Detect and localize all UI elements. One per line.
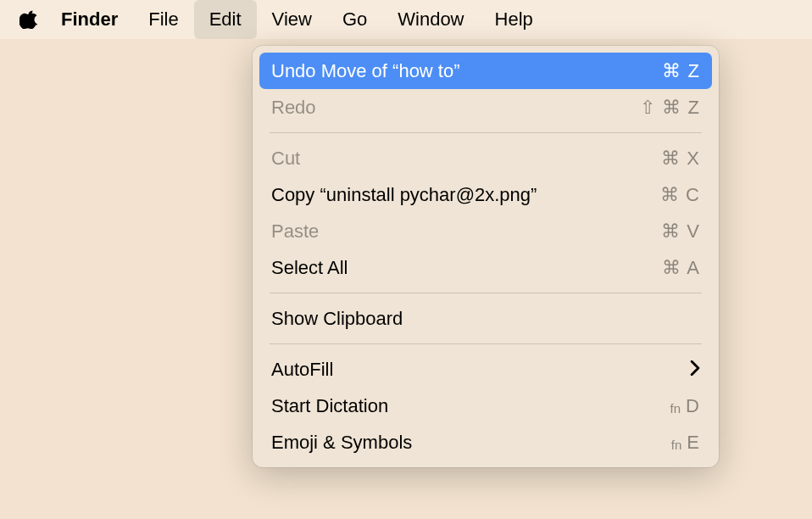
- menu-item-label: Cut: [271, 148, 300, 170]
- fn-key-label: fn: [670, 401, 681, 416]
- menu-item-label: Copy “uninstall pychar@2x.png”: [271, 184, 537, 206]
- menu-item-label: Start Dictation: [271, 395, 388, 417]
- menubar-item-edit[interactable]: Edit: [194, 0, 257, 39]
- menu-item-shortcut: ⌘ Z: [662, 60, 700, 82]
- menu-item-paste[interactable]: Paste ⌘ V: [259, 213, 712, 249]
- menubar: Finder File Edit View Go Window Help: [0, 0, 812, 39]
- menubar-item-help[interactable]: Help: [480, 0, 548, 39]
- menu-item-label: Show Clipboard: [271, 308, 403, 330]
- menu-item-label: Redo: [271, 97, 316, 119]
- menu-item-shortcut: ⌘ C: [660, 184, 700, 206]
- menu-item-show-clipboard[interactable]: Show Clipboard: [259, 300, 712, 337]
- menubar-app-name[interactable]: Finder: [61, 0, 133, 39]
- menu-item-emoji-symbols[interactable]: Emoji & Symbols fnE: [259, 424, 712, 460]
- menu-item-redo[interactable]: Redo ⇧ ⌘ Z: [259, 89, 712, 126]
- edit-dropdown-menu: Undo Move of “how to” ⌘ Z Redo ⇧ ⌘ Z Cut…: [253, 46, 719, 467]
- menu-item-label: Select All: [271, 257, 348, 279]
- menu-item-start-dictation[interactable]: Start Dictation fnD: [259, 388, 712, 424]
- menu-item-shortcut: fnE: [671, 432, 700, 454]
- menu-item-shortcut: ⌘ A: [662, 257, 700, 279]
- menubar-item-window[interactable]: Window: [382, 0, 479, 39]
- menu-separator: [270, 343, 702, 344]
- menu-separator: [270, 293, 702, 293]
- menu-item-label: Emoji & Symbols: [271, 432, 412, 454]
- menu-item-autofill[interactable]: AutoFill: [259, 351, 712, 388]
- menu-item-label: AutoFill: [271, 359, 333, 381]
- fn-key-label: fn: [671, 438, 682, 452]
- menubar-item-view[interactable]: View: [257, 0, 327, 39]
- menu-item-shortcut: ⌘ V: [661, 220, 700, 243]
- menu-item-shortcut: ⌘ X: [661, 148, 700, 170]
- menu-item-copy[interactable]: Copy “uninstall pychar@2x.png” ⌘ C: [259, 176, 712, 213]
- menu-item-shortcut: fnD: [670, 395, 700, 417]
- apple-logo-icon[interactable]: [19, 9, 39, 30]
- menu-item-undo[interactable]: Undo Move of “how to” ⌘ Z: [259, 53, 712, 89]
- menu-item-label: Paste: [271, 220, 319, 243]
- menu-item-shortcut: ⇧ ⌘ Z: [640, 97, 700, 119]
- menu-separator: [270, 132, 702, 133]
- menu-item-select-all[interactable]: Select All ⌘ A: [259, 249, 712, 286]
- menubar-item-file[interactable]: File: [133, 0, 193, 39]
- menu-item-cut[interactable]: Cut ⌘ X: [259, 140, 712, 176]
- chevron-right-icon: [690, 359, 700, 381]
- menu-item-label: Undo Move of “how to”: [271, 60, 460, 82]
- menubar-item-go[interactable]: Go: [327, 0, 382, 39]
